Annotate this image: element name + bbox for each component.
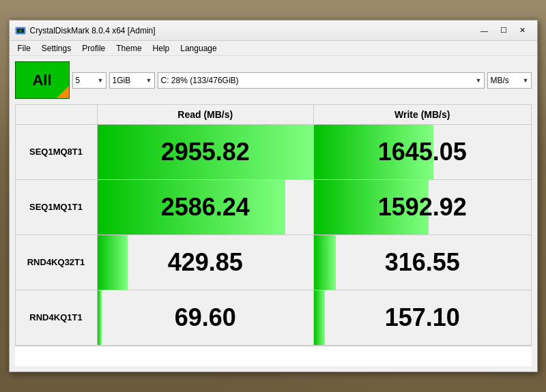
main-content: All 5 1 3 9 ▼ 1GiB 512MiB 2GiB 4GiB ▼: [10, 56, 537, 372]
write-value-seq1m-q1t1: 1592.92: [314, 180, 531, 235]
menu-help[interactable]: Help: [147, 42, 175, 55]
drive-dropdown-wrapper[interactable]: C: 28% (133/476GiB) ▼: [158, 72, 485, 89]
size-dropdown-wrapper[interactable]: 1GiB 512MiB 2GiB 4GiB ▼: [109, 72, 155, 89]
minimize-button[interactable]: —: [476, 24, 493, 37]
write-value-seq1m-q8t1: 1645.05: [314, 125, 531, 179]
read-text-rnd4k-q1t1: 69.60: [175, 303, 236, 332]
write-bar-rnd4k-q1t1: [314, 290, 325, 345]
read-value-seq1m-q1t1: 2586.24: [98, 180, 315, 235]
runs-dropdown[interactable]: 5 1 3 9: [72, 72, 106, 89]
read-value-seq1m-q8t1: 2955.82: [98, 125, 315, 179]
write-text-rnd4k-q1t1: 157.10: [385, 303, 460, 332]
read-bar-rnd4k-q32t1: [98, 235, 128, 290]
write-value-rnd4k-q1t1: 157.10: [314, 290, 531, 345]
write-text-rnd4k-q32t1: 316.55: [385, 248, 460, 277]
menu-language[interactable]: Language: [175, 42, 222, 55]
app-icon: [15, 25, 26, 36]
units-dropdown-wrapper[interactable]: MB/s GB/s IOPS ▼: [487, 72, 532, 89]
maximize-button[interactable]: ☐: [495, 24, 513, 37]
window-controls: — ☐ ✕: [476, 24, 532, 37]
table-row: RND4K Q32T1 429.85 316.55: [16, 235, 531, 290]
write-header: Write (MB/s): [314, 105, 531, 124]
read-text-seq1m-q1t1: 2586.24: [161, 193, 250, 222]
label-header: [16, 105, 98, 124]
read-bar-rnd4k-q1t1: [98, 290, 102, 345]
read-header: Read (MB/s): [98, 105, 315, 124]
write-text-seq1m-q8t1: 1645.05: [378, 138, 467, 166]
write-text-seq1m-q1t1: 1592.92: [378, 193, 467, 222]
menu-profile[interactable]: Profile: [76, 42, 111, 55]
row-label-seq1m-q1t1: SEQ1M Q1T1: [16, 180, 98, 235]
read-text-seq1m-q8t1: 2955.82: [161, 138, 250, 166]
menu-theme[interactable]: Theme: [111, 42, 147, 55]
menu-settings[interactable]: Settings: [36, 42, 76, 55]
runs-dropdown-wrapper[interactable]: 5 1 3 9 ▼: [72, 72, 106, 89]
svg-point-3: [20, 30, 21, 31]
results-table: Read (MB/s) Write (MB/s) SEQ1M Q8T1 2955…: [15, 104, 532, 346]
status-area: [15, 346, 532, 366]
table-row: RND4K Q1T1 69.60 157.10: [16, 290, 531, 345]
units-dropdown[interactable]: MB/s GB/s IOPS: [487, 72, 532, 89]
row-label-seq1m-q8t1: SEQ1M Q8T1: [16, 125, 98, 179]
menubar: File Settings Profile Theme Help Languag…: [10, 41, 537, 56]
read-value-rnd4k-q32t1: 429.85: [98, 235, 315, 290]
write-value-rnd4k-q32t1: 316.55: [314, 235, 531, 290]
window-title: CrystalDiskMark 8.0.4 x64 [Admin]: [30, 26, 476, 35]
read-value-rnd4k-q1t1: 69.60: [98, 290, 315, 345]
menu-file[interactable]: File: [12, 42, 36, 55]
size-dropdown[interactable]: 1GiB 512MiB 2GiB 4GiB: [109, 72, 155, 89]
drive-dropdown[interactable]: C: 28% (133/476GiB): [158, 72, 485, 89]
table-header: Read (MB/s) Write (MB/s): [16, 105, 531, 125]
row-label-rnd4k-q1t1: RND4K Q1T1: [16, 290, 98, 345]
read-text-rnd4k-q32t1: 429.85: [168, 248, 243, 277]
row-label-rnd4k-q32t1: RND4K Q32T1: [16, 235, 98, 290]
table-row: SEQ1M Q1T1 2586.24 1592.92: [16, 180, 531, 235]
close-button[interactable]: ✕: [514, 24, 532, 37]
titlebar: CrystalDiskMark 8.0.4 x64 [Admin] — ☐ ✕: [10, 20, 537, 41]
all-button[interactable]: All: [15, 61, 70, 99]
controls-row: All 5 1 3 9 ▼ 1GiB 512MiB 2GiB 4GiB ▼: [15, 61, 532, 99]
write-bar-rnd4k-q32t1: [314, 235, 336, 290]
table-row: SEQ1M Q8T1 2955.82 1645.05: [16, 125, 531, 180]
main-window: CrystalDiskMark 8.0.4 x64 [Admin] — ☐ ✕ …: [9, 20, 538, 372]
